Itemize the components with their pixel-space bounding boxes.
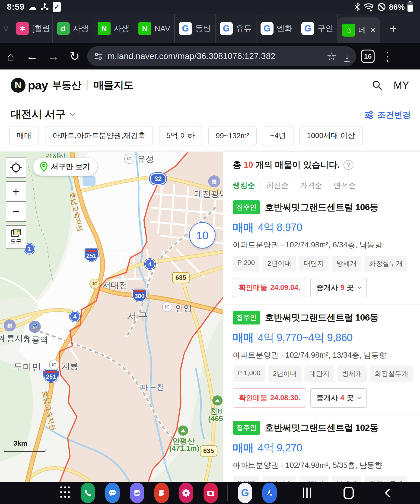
help-icon[interactable]: ? <box>343 160 353 170</box>
phone-app-icon[interactable] <box>81 483 95 503</box>
filter-chip-property-type[interactable]: 아파트,아파트분양권,재건축 <box>45 126 153 145</box>
gallery-flower-app-icon[interactable] <box>179 483 193 503</box>
refresh-button[interactable]: ↻ <box>64 49 85 63</box>
close-tab-icon[interactable]: × <box>370 24 376 36</box>
river-label-maenocheon: 매노천 <box>142 382 164 393</box>
map-pin-icon <box>40 162 48 172</box>
partial-tab[interactable]: V <box>0 24 12 33</box>
google-app-icon[interactable]: G <box>238 483 252 503</box>
page-title: 매물지도 <box>94 78 134 92</box>
trade-type: 매매 <box>233 221 254 233</box>
tag: P 1,000 <box>233 366 265 382</box>
region-selector[interactable]: 대전시 서구 <box>11 107 74 121</box>
tab-naver[interactable]: N NAV <box>134 14 175 43</box>
tab-label: 구인 <box>317 23 333 34</box>
weather-cloud-icon: ☁ <box>28 2 37 12</box>
tab-healing[interactable]: ✻ [힐링 <box>12 14 53 43</box>
place-label-gyeryong: 계룡 <box>62 361 78 372</box>
change-conditions-button[interactable]: 조건변경 <box>364 109 411 121</box>
download-icon[interactable]: ↓ <box>344 51 350 62</box>
tab-job-search[interactable]: G 구인 <box>297 14 338 43</box>
bookmark-star-icon[interactable]: ☆ <box>327 50 337 63</box>
mountain-icon <box>212 395 223 406</box>
pay-logo-text[interactable]: pay <box>28 78 48 92</box>
tag: P 200 <box>233 256 259 271</box>
listing-title[interactable]: 호반써밋그랜드센트럴 102동 <box>265 421 378 434</box>
browser-menu-icon[interactable]: ⋮ <box>377 49 398 63</box>
filter-chip-area[interactable]: 99~132m² <box>208 126 257 145</box>
sort-price[interactable]: 가격순 <box>300 180 322 191</box>
filter-chip-trade-type[interactable]: 매매 <box>9 126 39 145</box>
view-seogu-only-button[interactable]: 서구만 보기 <box>33 158 97 176</box>
tab-dongtan[interactable]: G 동탄 <box>175 14 216 43</box>
listing-item[interactable]: 집주인 호반써밋그랜드센트럴 106동 매매4억 9,770~4억 9,860 … <box>223 305 420 408</box>
route-4-shield: 4 <box>70 311 80 322</box>
back-button-android[interactable] <box>385 489 394 497</box>
tab-yen-search[interactable]: G 엔화 <box>256 14 297 43</box>
my-location-button[interactable] <box>6 157 26 178</box>
samsung-internet-app-icon[interactable] <box>130 483 144 503</box>
tag: P 500 <box>233 476 259 482</box>
route-4-shield: 4 <box>145 259 155 269</box>
listing-panel: 총 10 개의 매물이 있습니다. ? 랭킹순 최신순 가격순 면적순 집주인 … <box>223 152 420 482</box>
sort-newest[interactable]: 최신순 <box>266 180 289 191</box>
listing-item[interactable]: 집주인 호반써밋그랜드센트럴 102동 매매4억 9,270 아파트분양권 · … <box>223 415 420 482</box>
chevron-down-icon <box>357 395 361 399</box>
tab-label: 사생 <box>114 23 130 34</box>
red-app-icon[interactable] <box>154 483 169 503</box>
agent-count-button[interactable]: 중개사 4 곳 <box>310 388 367 408</box>
my-menu-link[interactable]: MY <box>394 79 409 91</box>
tab-youtube-search[interactable]: G 유튜 <box>216 14 256 43</box>
agent-unit: 곳 <box>347 283 354 293</box>
map-tools-button[interactable]: 도구 <box>6 225 26 249</box>
url-bar[interactable]: m.land.naver.com/map/36.3081076:127.382 … <box>87 46 356 66</box>
camera-app-icon[interactable] <box>203 483 218 503</box>
tab-naver-cafe[interactable]: N 사생 <box>93 14 134 43</box>
tag: 화장실두개 <box>364 476 407 482</box>
recents-button[interactable] <box>303 487 311 498</box>
tab-count-button[interactable]: 16 <box>361 50 375 63</box>
home-button[interactable]: ⌂ <box>0 49 21 63</box>
confirm-label: 확인매물 <box>239 283 268 293</box>
back-button[interactable]: ← <box>21 49 43 63</box>
trade-type: 매매 <box>233 331 254 343</box>
place-label-daejeon: 대전광역시 <box>194 188 223 200</box>
map-scale-bar <box>4 449 45 452</box>
naver-land-header: N pay 부동산 매물지도 MY <box>0 70 420 101</box>
map-canvas[interactable]: 갑하산 (468.7m) IC 유성 32 ▦ 대전광역시 1 251 4 JC… <box>0 152 223 482</box>
listing-title[interactable]: 호반써밋그랜드센트럴 106동 <box>265 311 378 324</box>
page-info-icon[interactable] <box>94 52 103 61</box>
tab-label: NAV <box>155 24 170 33</box>
sort-area[interactable]: 면적순 <box>334 180 356 191</box>
naver-blue-app-icon[interactable] <box>262 483 277 503</box>
zoom-out-button[interactable]: − <box>6 201 26 222</box>
confirm-date: 24.08.30. <box>270 394 300 402</box>
clock: 8:59 <box>7 2 24 12</box>
browser-tab-strip: V ✻ [힐링 d 사생 N 사생 N NAV G 동탄 G 유튜 G 엔화 G… <box>0 14 420 43</box>
tab-label: [힐링 <box>32 23 50 34</box>
tab-daum[interactable]: d 사생 <box>53 14 93 43</box>
daum-favicon-icon: d <box>57 22 70 35</box>
forward-button[interactable]: → <box>43 49 64 63</box>
new-tab-button[interactable]: + <box>390 21 397 36</box>
interchange-icon: IC <box>49 360 59 370</box>
listing-item[interactable]: 집주인 호반써밋그랜드센트럴 106동 매매4억 8,970 아파트분양권 · … <box>223 194 420 297</box>
listing-cluster-marker[interactable]: 10 <box>189 222 216 249</box>
real-estate-section-link[interactable]: 부동산 <box>52 79 81 92</box>
tab-naver-land-active[interactable]: ⌂ 네 × <box>338 17 380 43</box>
listing-title[interactable]: 호반써밋그랜드센트럴 106동 <box>265 201 378 214</box>
filter-chip-age[interactable]: ~4년 <box>263 126 293 145</box>
messages-app-icon[interactable] <box>105 483 120 503</box>
filter-chip-price[interactable]: 5억 이하 <box>159 126 202 145</box>
naver-pay-logo-icon[interactable]: N <box>11 78 25 93</box>
agent-count-button[interactable]: 중개사 9 곳 <box>310 278 367 297</box>
home-button-android[interactable] <box>343 487 354 499</box>
zoom-in-button[interactable]: + <box>6 181 26 202</box>
sort-ranking[interactable]: 랭킹순 <box>233 180 255 191</box>
filter-chip-households[interactable]: 1000세대 이상 <box>299 126 363 145</box>
confirm-label: 확인매물 <box>239 393 268 403</box>
checkbox-notification-icon: ✓ <box>53 2 61 12</box>
tag: 방세개 <box>337 366 367 382</box>
search-icon[interactable] <box>372 80 383 90</box>
app-drawer-icon[interactable] <box>60 486 70 499</box>
